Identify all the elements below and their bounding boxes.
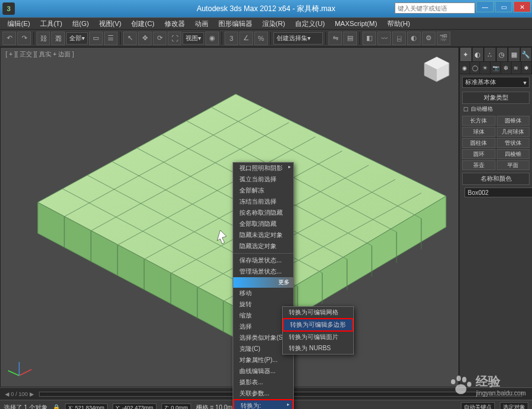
ctx-hide-unsel[interactable]: 隐藏未选定对象 [233, 230, 293, 241]
pivot-button[interactable]: ◉ [205, 32, 219, 45]
ctx-curve-editor[interactable]: 曲线编辑器... [233, 366, 293, 377]
menu-group[interactable]: 组(G) [67, 19, 94, 28]
ctx-unhide-name[interactable]: 按名称取消隐藏 [233, 207, 293, 218]
tab-modify[interactable]: ◐ [472, 47, 484, 62]
prim-cone[interactable]: 圆锥体 [497, 116, 530, 126]
menu-tools[interactable]: 工具(T) [35, 19, 67, 28]
prim-torus[interactable]: 圆环 [462, 149, 496, 159]
ctx-to-nurbs[interactable]: 转换为 NURBS [283, 343, 353, 354]
viewcube[interactable] [421, 54, 452, 85]
redo-button[interactable]: ↷ [17, 32, 31, 45]
menu-animation[interactable]: 动画 [190, 19, 213, 28]
autokey-button[interactable]: 自动关键点 [461, 402, 495, 409]
close-button[interactable]: ✕ [513, 1, 531, 12]
ctx-viewport-lighting[interactable]: 视口照明和阴影 [233, 163, 293, 174]
select-button[interactable]: ▭ [89, 32, 103, 45]
ctx-unhide-all[interactable]: 全部取消隐藏 [233, 218, 293, 230]
prim-box[interactable]: 长方体 [462, 116, 496, 126]
prim-plane[interactable]: 平面 [497, 160, 530, 170]
menu-create[interactable]: 创建(C) [126, 19, 159, 28]
tab-utilities[interactable]: 🔧 [520, 47, 533, 62]
select-name-button[interactable]: ☰ [104, 32, 118, 45]
coord-y[interactable]: Y: -402.473mm [113, 403, 157, 410]
viewport-container: [ + ][ 正交 ][ 真实 + 边面 ] [0, 47, 459, 387]
prim-tube[interactable]: 管状体 [497, 138, 530, 148]
menu-graph[interactable]: 图形编辑器 [213, 19, 257, 28]
subtab-cameras[interactable]: 📷 [491, 62, 501, 74]
mirror-button[interactable]: ⇋ [328, 32, 342, 45]
geometry-category[interactable]: 标准基本体▾ [462, 77, 530, 88]
angle-snap-button[interactable]: ∠ [239, 32, 253, 45]
ctx-hide-sel[interactable]: 隐藏选定对象 [233, 241, 293, 252]
material-editor-button[interactable]: ◐ [407, 32, 421, 45]
prim-geosphere[interactable]: 几何球体 [497, 127, 530, 137]
autogrid-checkbox[interactable]: ☐自动栅格 [462, 104, 530, 114]
render-button[interactable]: 🎬 [437, 32, 450, 45]
subtab-geometry[interactable]: ◉ [460, 62, 470, 74]
menu-maxscript[interactable]: MAXScript(M) [330, 20, 382, 27]
prim-pyramid[interactable]: 四棱锥 [497, 149, 530, 159]
ctx-convert-to[interactable]: 转换为: [234, 400, 292, 409]
ctx-manage-scene-state[interactable]: 管理场景状态... [233, 266, 293, 277]
selection-filter[interactable]: 全部 ▾ [66, 32, 88, 45]
rotate-button[interactable]: ⟳ [153, 32, 166, 45]
ctx-to-editable-poly[interactable]: 转换为可编辑多边形 [284, 319, 352, 330]
prim-sphere[interactable]: 球体 [462, 127, 496, 137]
ctx-wire-params[interactable]: 关联参数... [233, 388, 293, 399]
menu-help[interactable]: 帮助(H) [382, 19, 415, 28]
menu-modifiers[interactable]: 修改器 [160, 19, 190, 28]
layer-button[interactable]: ◧ [363, 32, 376, 45]
prim-teapot[interactable]: 茶壶 [462, 160, 496, 170]
tab-display[interactable]: ▦ [508, 47, 520, 62]
subtab-systems[interactable]: ✱ [521, 62, 532, 74]
ctx-move[interactable]: 移动 [233, 288, 293, 299]
menu-views[interactable]: 视图(V) [94, 19, 127, 28]
subtab-shapes[interactable]: ◯ [470, 62, 481, 74]
object-name-input[interactable] [465, 187, 532, 197]
ctx-save-scene-state[interactable]: 保存场景状态... [233, 255, 293, 266]
named-selection[interactable]: 创建选择集 ▾ [273, 32, 323, 45]
ctx-properties[interactable]: 对象属性(P)... [233, 355, 293, 366]
ctx-isolate[interactable]: 孤立当前选择 [233, 174, 293, 185]
ctx-unfreeze-all[interactable]: 全部解冻 [233, 185, 293, 196]
subtab-space[interactable]: ≋ [512, 62, 522, 74]
undo-button[interactable]: ↶ [2, 32, 16, 45]
maximize-button[interactable]: ▭ [495, 1, 512, 12]
percent-snap-button[interactable]: % [254, 32, 268, 45]
snap-button[interactable]: 3 [225, 32, 238, 45]
box-object[interactable] [1, 48, 458, 387]
ctx-dope-sheet[interactable]: 摄影表... [233, 377, 293, 388]
menu-customize[interactable]: 自定义(U) [290, 19, 330, 28]
prim-cylinder[interactable]: 圆柱体 [462, 138, 496, 148]
scale-button[interactable]: ⛶ [168, 32, 181, 45]
help-search-input[interactable] [395, 3, 474, 13]
select-object-button[interactable]: ↖ [123, 32, 137, 45]
viewport[interactable] [1, 48, 458, 387]
viewport-label[interactable]: [ + ][ 正交 ][ 真实 + 边面 ] [6, 50, 74, 59]
help-search[interactable] [395, 2, 475, 14]
menu-edit[interactable]: 编辑(E) [2, 19, 35, 28]
subtab-lights[interactable]: ☀ [480, 62, 491, 74]
unlink-button[interactable]: ⛓̸ [51, 32, 65, 45]
ctx-to-editable-mesh[interactable]: 转换为可编辑网格 [283, 307, 353, 318]
move-button[interactable]: ✥ [138, 32, 152, 45]
curve-editor-button[interactable]: 〰 [377, 32, 391, 45]
ctx-freeze-sel[interactable]: 冻结当前选择 [233, 196, 293, 207]
rollout-name-color[interactable]: 名称和颜色 [462, 173, 530, 185]
schematic-button[interactable]: ⌸ [392, 32, 406, 45]
link-button[interactable]: ⛓ [36, 32, 50, 45]
render-setup-button[interactable]: ⚙ [422, 32, 435, 45]
tab-hierarchy[interactable]: ⛬ [484, 47, 496, 62]
coord-x[interactable]: X: 521.834mm [65, 403, 108, 410]
selected-object-filter[interactable]: 选定对象 [500, 402, 528, 409]
ctx-to-editable-patch[interactable]: 转换为可编辑面片 [283, 332, 353, 343]
minimize-button[interactable]: — [476, 1, 494, 12]
subtab-helpers[interactable]: ❇ [501, 62, 512, 74]
tab-motion[interactable]: ◷ [496, 47, 508, 62]
align-button[interactable]: ▤ [343, 32, 357, 45]
rollout-object-type[interactable]: 对象类型 [462, 92, 530, 104]
menu-render[interactable]: 渲染(R) [257, 19, 290, 28]
ref-coord-dropdown[interactable]: 视图 ▾ [182, 32, 204, 45]
tab-create[interactable]: ✦ [460, 47, 472, 62]
coord-z[interactable]: Z: 0.0mm [161, 403, 191, 410]
